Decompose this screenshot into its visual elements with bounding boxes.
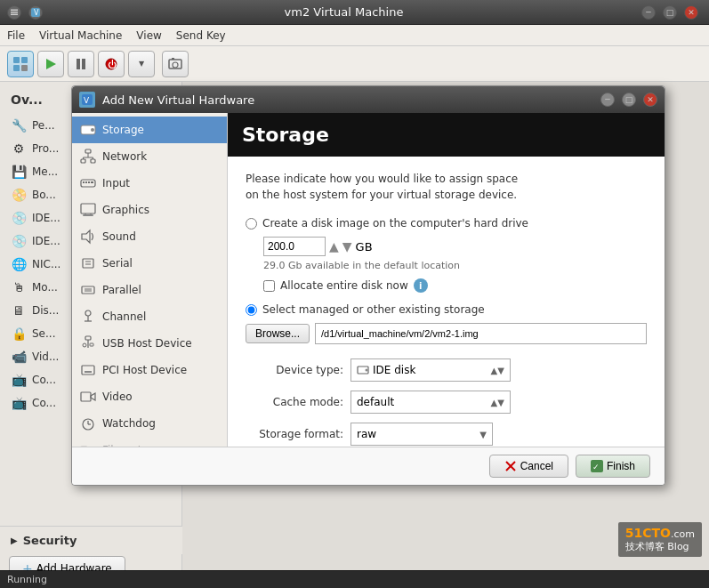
hw-item-channel[interactable]: Channel: [72, 303, 227, 330]
window-title-bar: V vm2 Virtual Machine ─ □ ✕: [0, 0, 709, 25]
svg-point-49: [83, 343, 86, 347]
hw-item-graphics-label: Graphics: [102, 204, 149, 216]
device-type-combo[interactable]: IDE disk ▲▼: [350, 358, 511, 382]
info-icon[interactable]: i: [414, 278, 428, 293]
radio-create-disk-input[interactable]: [246, 218, 257, 230]
svg-rect-7: [13, 65, 20, 71]
pause-btn[interactable]: [68, 51, 94, 77]
watermark: 51CTO.com 技术博客 Blog: [618, 522, 702, 557]
ide2-icon: 💿: [11, 233, 27, 249]
spin-up-icon[interactable]: ▲: [329, 239, 339, 254]
hw-item-graphics[interactable]: Graphics: [72, 197, 227, 223]
hw-item-sound[interactable]: Sound: [72, 223, 227, 250]
svg-rect-21: [85, 149, 91, 153]
dis-icon: 🖥: [11, 302, 27, 318]
sidebar-item-vid-label: Vid...: [32, 350, 59, 363]
hw-item-usb-host[interactable]: USB Host Device: [72, 330, 227, 357]
svg-text:V: V: [84, 96, 90, 105]
security-section[interactable]: ▶ Security: [11, 534, 172, 547]
allocate-checkbox[interactable]: [263, 280, 275, 292]
svg-rect-31: [88, 181, 90, 183]
hw-item-storage-label: Storage: [102, 124, 144, 136]
svg-rect-5: [13, 57, 20, 63]
browse-button[interactable]: Browse...: [246, 324, 310, 343]
dialog-minimize-btn[interactable]: ─: [600, 93, 615, 107]
svg-rect-29: [83, 181, 85, 183]
svg-rect-11: [82, 59, 85, 69]
storage-format-combo[interactable]: raw ▼: [350, 423, 493, 446]
content-title: Storage: [228, 113, 665, 157]
cache-mode-combo[interactable]: default ▲▼: [350, 391, 511, 414]
power-btn[interactable]: ⏻: [98, 51, 125, 77]
disk-size-input[interactable]: [263, 237, 326, 256]
sidebar-item-ide-label: IDE...: [32, 212, 60, 224]
hw-item-serial[interactable]: Serial: [72, 250, 227, 277]
ide-disk-icon: [357, 364, 369, 376]
hw-item-input[interactable]: Input: [72, 170, 227, 197]
mo-icon: 🖱: [11, 279, 27, 295]
svg-rect-22: [81, 159, 85, 163]
svg-rect-47: [85, 336, 91, 340]
svg-rect-32: [91, 181, 93, 183]
serial-icon: [79, 254, 97, 272]
dialog-close-btn[interactable]: ✕: [643, 93, 657, 107]
nic-icon: 🌐: [11, 256, 27, 272]
device-type-row: Device type: IDE disk ▲▼: [246, 358, 647, 382]
hw-item-video[interactable]: Video: [72, 383, 227, 410]
radio-managed-input[interactable]: [246, 304, 257, 316]
watermark-sub: .com: [671, 528, 695, 540]
toolbar: ⏻ ▼: [0, 46, 709, 82]
path-input[interactable]: [315, 323, 647, 344]
dialog-title-bar: V Add New Virtual Hardware ─ □ ✕: [72, 86, 665, 113]
menu-file[interactable]: File: [7, 29, 25, 42]
menu-view[interactable]: View: [136, 29, 161, 42]
network-icon: [79, 148, 97, 165]
dialog: V Add New Virtual Hardware ─ □ ✕ Storage: [71, 85, 665, 486]
svg-rect-33: [81, 204, 95, 213]
screenshot-btn[interactable]: [162, 51, 189, 77]
play-btn[interactable]: [37, 51, 64, 77]
window-minimize-btn[interactable]: ─: [641, 5, 656, 20]
sidebar-item-me-label: Me...: [32, 165, 58, 178]
cache-mode-arrow: ▲▼: [491, 398, 504, 407]
pro-icon: ⚙: [11, 141, 27, 157]
window-menu-btn[interactable]: [7, 5, 21, 20]
overview-btn[interactable]: [7, 51, 34, 77]
hw-item-watchdog[interactable]: Watchdog: [72, 410, 227, 437]
video-icon: [79, 388, 97, 406]
spin-down-icon[interactable]: ▼: [342, 239, 352, 254]
sidebar-item-bo-label: Bo...: [32, 189, 56, 201]
security-label: Security: [23, 534, 77, 547]
window-title: vm2 Virtual Machine: [46, 5, 641, 19]
sidebar-item-se-label: Se...: [32, 327, 55, 340]
hw-item-pci-host[interactable]: PCI Host Device: [72, 357, 227, 383]
disk-size-unit: GB: [356, 240, 373, 254]
graphics-icon: [79, 201, 97, 219]
menu-send-key[interactable]: Send Key: [176, 29, 226, 42]
hw-item-storage[interactable]: Storage: [72, 117, 227, 143]
me-icon: 💾: [11, 164, 27, 180]
svg-rect-23: [91, 159, 95, 163]
hw-item-watchdog-label: Watchdog: [102, 417, 156, 430]
input-icon: [79, 174, 97, 192]
finish-button[interactable]: ✓ Finish: [576, 455, 650, 478]
svg-rect-41: [82, 286, 94, 294]
hw-item-parallel[interactable]: Parallel: [72, 277, 227, 303]
window-close-btn[interactable]: ✕: [684, 5, 698, 20]
sidebar-item-mo-label: Mo...: [32, 281, 58, 294]
storage-icon: [79, 121, 97, 139]
radio-managed[interactable]: Select managed or other existing storage: [246, 303, 647, 316]
window-maximize-btn[interactable]: □: [663, 5, 677, 20]
radio-create-disk[interactable]: Create a disk image on the computer's ha…: [246, 217, 647, 230]
menu-virtual-machine[interactable]: Virtual Machine: [39, 29, 122, 42]
sidebar-item-dis-label: Dis...: [32, 304, 59, 317]
hw-item-network[interactable]: Network: [72, 143, 227, 170]
cancel-button[interactable]: Cancel: [489, 455, 568, 478]
svg-text:⏻: ⏻: [108, 60, 117, 69]
watermark-blog: 技术博客 Blog: [625, 540, 695, 553]
power-dropdown-btn[interactable]: ▼: [128, 51, 155, 77]
device-type-value: IDE disk: [373, 364, 415, 376]
svg-rect-1: [11, 9, 18, 11]
hw-item-network-label: Network: [102, 150, 147, 163]
dialog-maximize-btn[interactable]: □: [622, 93, 636, 107]
